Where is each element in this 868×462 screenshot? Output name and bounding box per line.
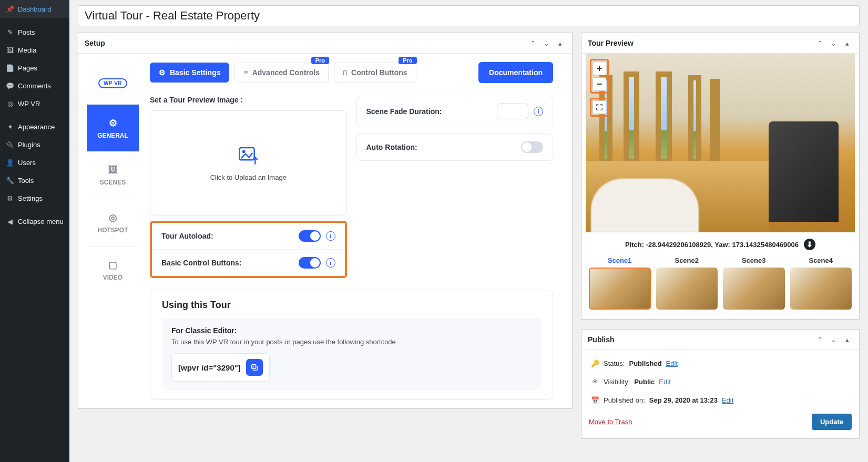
zoom-in-button[interactable]: + [593,61,606,75]
scene-fade-input[interactable] [497,104,528,119]
panorama-view[interactable]: + − [586,54,855,232]
side-tab-general[interactable]: ⚙ GENERAL [87,104,139,151]
copy-shortcode-button[interactable] [246,359,263,376]
collapse-icon: ◀ [5,217,15,226]
info-icon[interactable]: i [326,231,335,241]
tour-preview-panel: Tour Preview ⌃ ⌄ ▴ [581,33,860,320]
edit-visibility-link[interactable]: Edit [659,378,670,386]
wp-admin-sidebar: 📌Dashboard ✎Posts 🖼Media 📄Pages 💬Comment… [0,0,69,462]
target-icon: ◎ [109,212,117,223]
copy-icon [250,363,259,372]
auto-rotation-toggle[interactable] [521,141,543,153]
published-value: Sep 29, 2020 at 13:23 [649,396,718,404]
menu-wpvr[interactable]: ◎WP VR [0,95,69,112]
panel-down-icon[interactable]: ⌄ [828,37,839,49]
gear-icon: ⚙ [159,68,166,77]
panel-down-icon[interactable]: ⌄ [540,37,552,49]
move-to-trash-link[interactable]: Move to Trash [589,418,632,426]
media-icon: 🖼 [5,45,15,55]
svg-rect-3 [253,366,257,370]
classic-editor-heading: For Classic Editor: [171,326,532,335]
upload-caption: Click to Upload an Image [210,173,287,181]
edit-status-link[interactable]: Edit [666,360,678,367]
menu-settings[interactable]: ⚙Settings [0,189,69,207]
basic-controls-toggle[interactable] [299,257,321,269]
side-tab-video[interactable]: ▢ VIDEO [87,246,139,293]
wrench-icon: 🔧 [5,176,15,185]
using-title: Using this Tour [162,300,541,311]
documentation-button[interactable]: Documentation [478,62,553,83]
update-button[interactable]: Update [812,414,852,430]
scene-thumb-4[interactable]: Scene4 [790,256,852,310]
shortcode-chip: [wpvr id="3290"] [171,353,270,382]
panel-collapse-icon[interactable]: ▴ [554,37,566,49]
preview-image-label: Set a Tour Preview Image : [150,96,347,104]
setup-title: Setup [85,39,105,47]
scene-thumb-3[interactable]: Scene3 [723,256,785,310]
using-tour-panel: Using this Tour For Classic Editor: To u… [150,290,553,400]
side-tab-scenes[interactable]: 🖼 SCENES [87,151,139,199]
visibility-value: Public [634,378,655,386]
menu-comments[interactable]: 💬Comments [0,77,69,95]
video-icon: ▢ [108,259,117,271]
user-icon: 👤 [5,158,15,167]
menu-users[interactable]: 👤Users [0,153,69,171]
eye-icon: 👁 [591,378,599,386]
pro-badge: Pro [399,57,416,64]
zoom-controls-highlight: + − [590,59,609,94]
panel-up-icon[interactable]: ⌃ [814,334,825,345]
menu-media[interactable]: 🖼Media [0,41,69,59]
menu-dashboard[interactable]: 📌Dashboard [0,0,69,18]
page-title[interactable]: Virtual Tour - Real Estate Property [78,5,860,26]
basic-controls-label: Basic Control Buttons: [161,259,241,267]
scene-thumb-2[interactable]: Scene2 [656,256,718,310]
menu-posts[interactable]: ✎Posts [0,23,69,41]
side-tab-hotspot[interactable]: ◎ HOTSPOT [87,199,139,246]
menu-collapse[interactable]: ◀Collapse menu [0,212,69,230]
tour-autoload-toggle[interactable] [299,230,321,242]
edit-date-link[interactable]: Edit [722,396,733,404]
calendar-icon: 📅 [591,396,599,404]
auto-rotation-label: Auto Rotation: [366,143,417,151]
tab-basic-settings[interactable]: ⚙ Basic Settings [150,63,229,83]
info-icon[interactable]: i [326,258,335,268]
brush-icon: ✦ [5,122,15,131]
menu-appearance[interactable]: ✦Appearance [0,118,69,136]
download-icon[interactable]: ⬇ [804,239,815,250]
pro-badge: Pro [311,57,329,64]
highlighted-settings: Tour Autoload: i Basic Control Buttons: [150,221,347,278]
plug-icon: 🔌 [5,140,15,149]
upload-image-box[interactable]: Click to Upload an Image [150,110,347,215]
zoom-out-button[interactable]: − [593,77,606,91]
info-icon[interactable]: i [534,107,543,116]
image-icon: 🖼 [108,165,118,176]
shortcode-text: [wpvr id="3290"] [178,363,241,372]
svg-rect-2 [252,365,256,369]
scene-thumb-1[interactable]: Scene1 [589,256,651,310]
page-icon: 📄 [5,63,15,73]
fullscreen-highlight [590,98,609,117]
wpvr-logo: WP VR [87,62,139,104]
pin-icon: 📌 [5,4,15,14]
comment-icon: 💬 [5,81,15,90]
scene-fade-label: Scene Fade Duration: [366,107,442,116]
panel-collapse-icon[interactable]: ▴ [841,37,853,49]
vr-icon: ◎ [5,99,15,108]
panel-collapse-icon[interactable]: ▴ [841,334,853,345]
publish-panel: Publish ⌃ ⌄ ▴ 🔑 Status: Published Edit [581,329,860,439]
fullscreen-button[interactable] [593,100,606,114]
key-icon: 🔑 [591,360,599,367]
tab-control-buttons[interactable]: Pro ⎍ Control Buttons [334,63,416,83]
panel-up-icon[interactable]: ⌃ [814,37,825,49]
panel-up-icon[interactable]: ⌃ [527,37,538,49]
tour-autoload-label: Tour Autoload: [161,232,213,240]
panel-down-icon[interactable]: ⌄ [828,334,839,345]
tab-advanced-controls[interactable]: Pro ≡ Advanced Controls [234,63,329,83]
menu-pages[interactable]: 📄Pages [0,59,69,77]
menu-tools[interactable]: 🔧Tools [0,171,69,189]
settings-area: ⚙ Basic Settings Pro ≡ Advanced Controls… [139,62,564,400]
classic-editor-sub: To use this WP VR tour in your posts or … [171,338,532,346]
sliders-icon: ≡ [243,68,248,77]
setup-panel: Setup ⌃ ⌄ ▴ WP VR [78,33,573,409]
menu-plugins[interactable]: 🔌Plugins [0,136,69,153]
